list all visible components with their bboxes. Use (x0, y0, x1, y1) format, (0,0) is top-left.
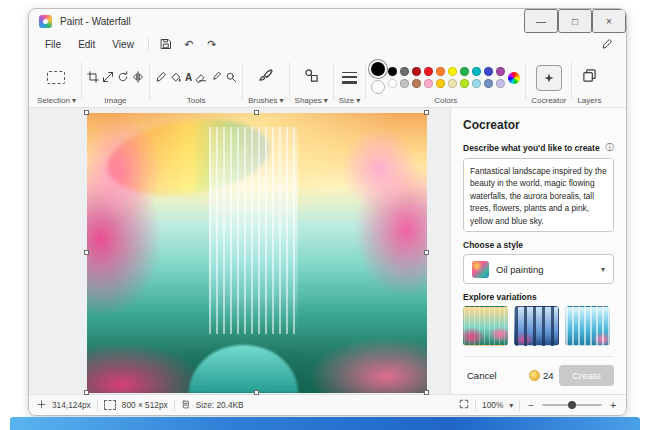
cocreator-panel: Cocreator Describe what you'd like to cr… (450, 108, 626, 394)
ribbon-group-shapes: Shapes▾ (291, 55, 332, 107)
selection-handle[interactable] (84, 110, 89, 115)
crosshair-icon (37, 400, 46, 411)
color2-swatch[interactable] (371, 80, 385, 94)
size-group-label: Size (339, 96, 355, 105)
waterfall-art (209, 127, 297, 334)
color-swatch[interactable] (460, 79, 469, 88)
eyedropper-icon[interactable] (210, 69, 222, 87)
cursor-position: 314,124px (52, 400, 91, 410)
credits-count: 24 (543, 370, 554, 381)
chevron-down-icon[interactable]: ▾ (324, 96, 328, 105)
variation-thumbnail-2[interactable] (514, 306, 559, 346)
color-swatch[interactable] (412, 79, 421, 88)
color-swatch[interactable] (424, 79, 433, 88)
flip-icon[interactable] (132, 69, 144, 87)
selection-handle[interactable] (84, 250, 89, 255)
chevron-down-icon[interactable]: ▾ (72, 96, 76, 105)
color-swatch[interactable] (496, 67, 505, 76)
maximize-button[interactable]: □ (558, 9, 592, 33)
cocreator-button[interactable] (536, 65, 562, 91)
selection-handle[interactable] (424, 110, 429, 115)
cancel-button[interactable]: Cancel (463, 368, 501, 383)
layers-icon[interactable] (582, 68, 597, 87)
zoom-slider[interactable] (542, 404, 602, 406)
color-swatch[interactable] (412, 67, 421, 76)
zoom-slider-thumb[interactable] (568, 401, 576, 409)
magnifier-icon[interactable] (225, 69, 237, 87)
eraser-icon[interactable] (195, 69, 207, 87)
color-swatch[interactable] (496, 79, 505, 88)
shapes-icon[interactable] (304, 68, 319, 87)
color-swatch[interactable] (400, 79, 409, 88)
color-swatch[interactable] (436, 79, 445, 88)
line-size-icon[interactable] (342, 72, 357, 84)
menu-edit[interactable]: Edit (70, 37, 103, 52)
brushes-group-label: Brushes (248, 96, 277, 105)
color-swatch[interactable] (448, 79, 457, 88)
zoom-out-button[interactable]: − (526, 400, 536, 411)
canvas-image[interactable] (87, 113, 427, 393)
create-button[interactable]: Create (559, 365, 614, 386)
pencil-icon[interactable] (155, 69, 167, 87)
chevron-down-icon[interactable]: ▾ (509, 401, 513, 410)
variation-thumbnail-1[interactable] (463, 306, 508, 346)
undo-icon[interactable]: ↶ (178, 38, 200, 51)
color1-swatch[interactable] (371, 62, 385, 76)
chevron-down-icon[interactable]: ▾ (280, 96, 284, 105)
ribbon-separator (333, 62, 334, 100)
ribbon-group-layers: Layers (573, 55, 605, 107)
zoom-level[interactable]: 100% (482, 400, 503, 410)
pen-icon[interactable] (596, 38, 618, 50)
cocreator-panel-title: Cocreator (463, 118, 614, 132)
describe-label: Describe what you'd like to create (463, 143, 600, 153)
save-icon[interactable] (155, 38, 177, 50)
color-swatch[interactable] (484, 67, 493, 76)
rotate-icon[interactable] (117, 69, 129, 87)
color-swatch[interactable] (400, 67, 409, 76)
style-dropdown[interactable]: Oil painting ▾ (463, 254, 614, 284)
selection-handle[interactable] (424, 390, 429, 395)
zoom-in-button[interactable]: + (608, 400, 618, 411)
redo-icon[interactable]: ↷ (201, 38, 223, 51)
ribbon-group-colors: Colors (367, 55, 524, 107)
text-tool-icon[interactable]: A (185, 73, 192, 83)
color-swatch[interactable] (460, 67, 469, 76)
color-swatch[interactable] (388, 79, 397, 88)
selection-tool-icon[interactable] (47, 71, 65, 84)
selection-handle[interactable] (254, 390, 259, 395)
file-icon (181, 400, 190, 411)
selection-handle[interactable] (424, 250, 429, 255)
minimize-button[interactable]: — (524, 9, 558, 33)
fill-bucket-icon[interactable] (170, 69, 182, 87)
fit-screen-icon[interactable] (459, 399, 469, 411)
selection-handle[interactable] (84, 390, 89, 395)
credits-badge: 24 (529, 370, 554, 381)
variations-row (463, 306, 614, 346)
color-swatch[interactable] (424, 67, 433, 76)
variation-thumbnail-3[interactable] (565, 306, 610, 346)
brush-icon[interactable] (258, 68, 273, 87)
prompt-textarea[interactable]: Fantastical landscape inspired by the be… (463, 158, 614, 232)
crop-icon[interactable] (87, 69, 99, 87)
close-button[interactable]: × (592, 9, 626, 33)
canvas-area[interactable] (29, 108, 450, 394)
selection-group-label: Selection (37, 96, 70, 105)
file-size: Size: 20.4KB (196, 400, 244, 410)
selection-handle[interactable] (254, 110, 259, 115)
color-swatch[interactable] (472, 67, 481, 76)
shapes-group-label: Shapes (295, 96, 322, 105)
chevron-down-icon[interactable]: ▾ (356, 96, 360, 105)
color-swatch[interactable] (388, 67, 397, 76)
layers-group-label: Layers (577, 96, 601, 105)
color-swatch[interactable] (484, 79, 493, 88)
cocreator-group-label: Cocreator (531, 96, 566, 105)
menu-file[interactable]: File (37, 37, 69, 52)
menu-view[interactable]: View (104, 37, 142, 52)
info-icon[interactable]: ⓘ (606, 142, 615, 154)
color-swatch[interactable] (472, 79, 481, 88)
color-swatch[interactable] (448, 67, 457, 76)
style-thumbnail (472, 261, 489, 278)
resize-icon[interactable] (102, 69, 114, 87)
edit-colors-icon[interactable] (508, 72, 520, 84)
color-swatch[interactable] (436, 67, 445, 76)
